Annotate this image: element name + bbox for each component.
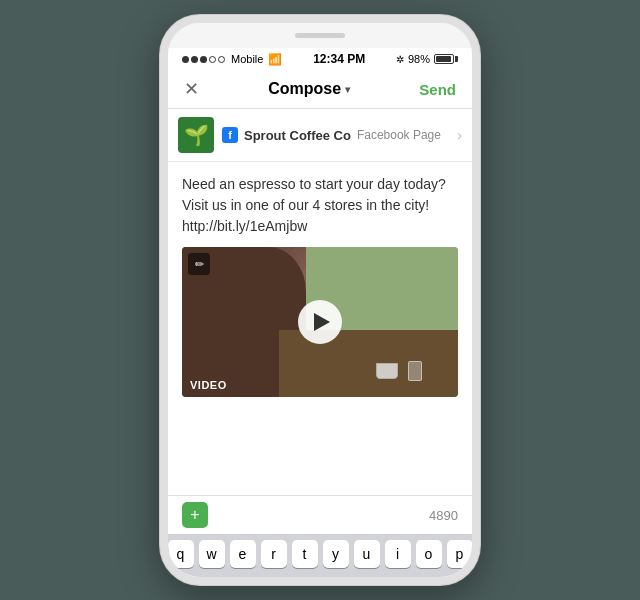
compose-area[interactable]: Need an espresso to start your day today… — [168, 162, 472, 495]
character-count: 4890 — [429, 508, 458, 523]
account-chevron-icon: › — [457, 127, 462, 143]
signal-dot-5 — [218, 56, 225, 63]
key-p[interactable]: p — [447, 540, 473, 568]
account-type: Facebook Page — [357, 128, 441, 142]
chevron-down-icon: ▾ — [345, 84, 350, 95]
signal-dots — [182, 56, 225, 63]
key-w[interactable]: w — [199, 540, 225, 568]
phone-frame: Mobile 📶 12:34 PM ✲ 98% ✕ Compose ▾ Send… — [160, 15, 480, 585]
compose-text[interactable]: Need an espresso to start your day today… — [182, 174, 458, 237]
signal-dot-2 — [191, 56, 198, 63]
plus-icon: + — [190, 506, 199, 524]
compose-title[interactable]: Compose ▾ — [268, 80, 350, 98]
signal-dot-4 — [209, 56, 216, 63]
status-bar: Mobile 📶 12:34 PM ✲ 98% — [168, 48, 472, 70]
edit-icon[interactable]: ✏ — [188, 253, 210, 275]
signal-dot-1 — [182, 56, 189, 63]
key-y[interactable]: y — [323, 540, 349, 568]
play-button[interactable] — [298, 300, 342, 344]
bottom-bar: + 4890 — [168, 495, 472, 534]
bluetooth-icon: ✲ — [396, 54, 404, 65]
key-q[interactable]: q — [168, 540, 194, 568]
keyboard-row-1: q w e r t y u i o p — [171, 540, 469, 568]
facebook-icon: f — [222, 127, 238, 143]
key-i[interactable]: i — [385, 540, 411, 568]
carrier-label: Mobile — [231, 53, 263, 65]
speaker — [295, 33, 345, 38]
key-u[interactable]: u — [354, 540, 380, 568]
key-e[interactable]: e — [230, 540, 256, 568]
close-button[interactable]: ✕ — [184, 78, 199, 100]
nav-bar: ✕ Compose ▾ Send — [168, 70, 472, 109]
keyboard: q w e r t y u i o p — [168, 534, 472, 577]
send-button[interactable]: Send — [419, 81, 456, 98]
key-t[interactable]: t — [292, 540, 318, 568]
compose-title-text: Compose — [268, 80, 341, 98]
account-row[interactable]: 🌱 f Sprout Coffee Co Facebook Page › — [168, 109, 472, 162]
sprout-icon: 🌱 — [184, 123, 209, 147]
account-name: Sprout Coffee Co — [244, 128, 351, 143]
wifi-icon: 📶 — [268, 53, 282, 66]
battery-icon — [434, 54, 458, 64]
status-time: 12:34 PM — [313, 52, 365, 66]
avatar: 🌱 — [178, 117, 214, 153]
phone-hardware-top — [168, 23, 472, 48]
video-label: VIDEO — [190, 379, 227, 391]
status-right: ✲ 98% — [396, 53, 458, 65]
video-thumbnail[interactable]: ✏ VIDEO — [182, 247, 458, 397]
account-info: f Sprout Coffee Co Facebook Page — [222, 127, 449, 143]
battery-pct: 98% — [408, 53, 430, 65]
add-media-button[interactable]: + — [182, 502, 208, 528]
fb-letter: f — [228, 129, 232, 141]
play-triangle-icon — [314, 313, 330, 331]
key-r[interactable]: r — [261, 540, 287, 568]
status-left: Mobile 📶 — [182, 53, 282, 66]
signal-dot-3 — [200, 56, 207, 63]
key-o[interactable]: o — [416, 540, 442, 568]
